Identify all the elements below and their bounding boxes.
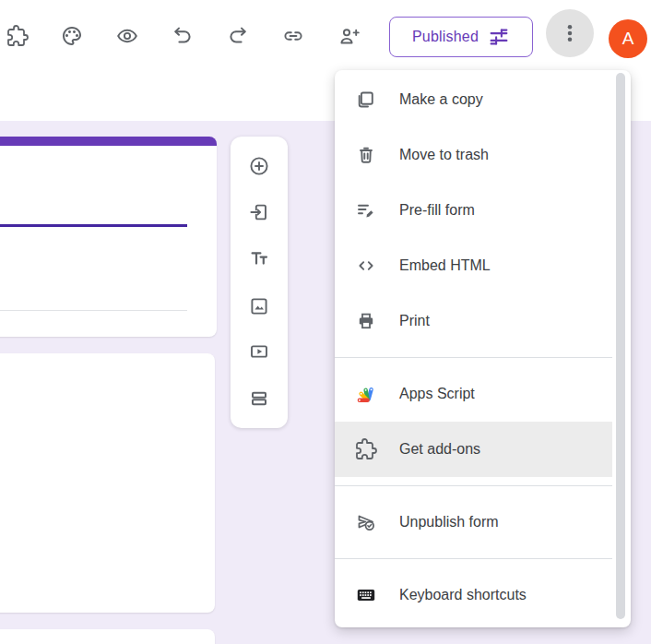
menu-item-get-add-ons[interactable]: Get add-ons — [335, 422, 612, 477]
prefill-edit-icon — [355, 199, 377, 221]
trash-icon — [355, 144, 377, 166]
google-forms-editor: Published A — [0, 0, 651, 644]
menu-divider — [335, 558, 612, 559]
more-options-button[interactable] — [546, 9, 594, 57]
add-collaborators-icon[interactable] — [337, 25, 360, 47]
vertical-three-dots-icon — [558, 21, 582, 45]
menu-item-label: Embed HTML — [399, 257, 491, 274]
question-card[interactable] — [0, 629, 215, 644]
copy-icon — [355, 89, 377, 111]
form-header-card[interactable] — [0, 137, 217, 337]
customize-theme-palette-icon[interactable] — [61, 25, 83, 47]
copy-link-icon[interactable] — [282, 25, 304, 47]
printer-icon — [355, 310, 377, 332]
add-image-icon[interactable] — [248, 295, 270, 317]
question-card[interactable] — [0, 353, 215, 613]
menu-item-print[interactable]: Print — [335, 293, 612, 349]
menu-item-label: Make a copy — [399, 91, 483, 108]
menu-item-label: Pre-fill form — [399, 202, 475, 219]
add-video-icon[interactable] — [248, 340, 270, 363]
menu-item-label: Unpublish form — [399, 514, 499, 531]
menu-divider — [335, 357, 612, 358]
menu-item-make-a-copy[interactable]: Make a copy — [335, 72, 612, 127]
add-ons-icon[interactable] — [6, 25, 29, 47]
form-header-divider — [0, 310, 187, 311]
published-button[interactable]: Published — [389, 17, 533, 57]
more-options-menu: Make a copy Move to trash Pre-fill form … — [335, 70, 631, 627]
menu-item-label: Get add-ons — [399, 441, 480, 458]
menu-item-embed-html[interactable]: Embed HTML — [335, 238, 612, 293]
menu-item-move-to-trash[interactable]: Move to trash — [335, 127, 612, 183]
form-theme-color-bar — [0, 137, 217, 146]
import-questions-icon[interactable] — [248, 201, 270, 223]
menu-scrollbar[interactable] — [616, 73, 625, 619]
add-section-icon[interactable] — [248, 388, 270, 410]
floating-add-toolbar — [231, 137, 288, 428]
code-icon — [355, 255, 377, 277]
menu-item-label: Keyboard shortcuts — [399, 587, 527, 603]
menu-item-keyboard-shortcuts[interactable]: Keyboard shortcuts — [335, 567, 612, 623]
redo-icon[interactable] — [227, 25, 249, 47]
menu-item-label: Move to trash — [399, 147, 489, 163]
menu-item-apps-script[interactable]: Apps Script — [335, 366, 612, 422]
publish-settings-sliders-icon — [488, 26, 510, 48]
menu-item-label: Print — [399, 313, 430, 329]
account-avatar[interactable]: A — [609, 19, 647, 58]
keyboard-icon — [355, 584, 377, 606]
menu-item-unpublish-form[interactable]: Unpublish form — [335, 495, 612, 550]
form-title-underline — [0, 224, 187, 227]
menu-item-prefill-form[interactable]: Pre-fill form — [335, 183, 612, 238]
avatar-letter: A — [622, 29, 634, 49]
puzzle-icon — [355, 438, 377, 460]
menu-item-label: Apps Script — [399, 386, 475, 402]
unpublish-flag-check-icon — [355, 511, 377, 533]
menu-divider — [335, 485, 612, 486]
preview-eye-icon[interactable] — [116, 25, 138, 47]
apps-script-logo — [355, 383, 377, 405]
undo-icon[interactable] — [172, 25, 194, 47]
published-button-label: Published — [412, 29, 479, 45]
add-question-icon[interactable] — [248, 155, 270, 177]
add-title-text-icon[interactable] — [248, 247, 270, 269]
